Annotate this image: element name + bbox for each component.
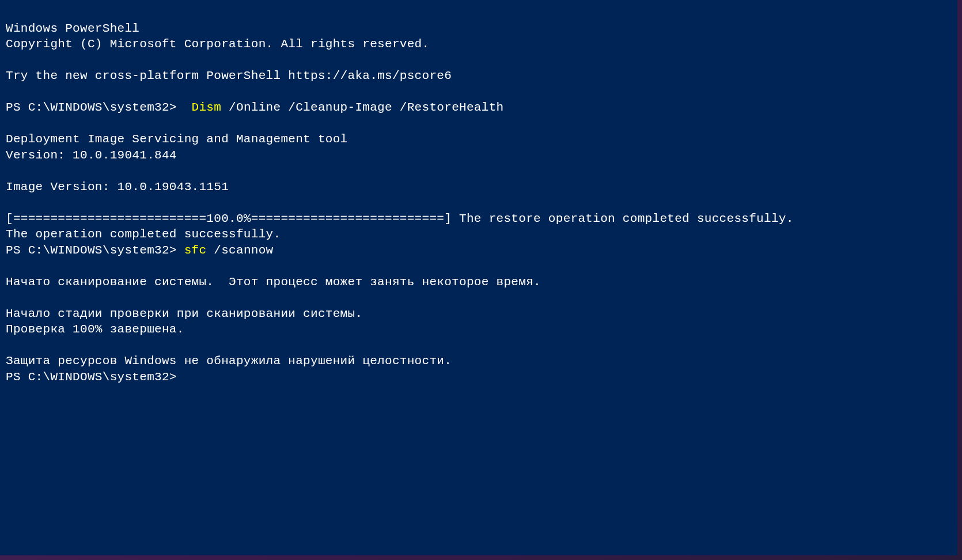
scan-progress-text: Проверка 100% завершена. bbox=[6, 323, 184, 336]
sfc-args: /scannow bbox=[206, 244, 273, 257]
blank-line bbox=[6, 338, 952, 354]
try-pscore-line: Try the new cross-platform PowerShell ht… bbox=[6, 69, 452, 82]
dism-args: /Online /Cleanup-Image /RestoreHealth bbox=[221, 101, 503, 114]
operation-success: The operation completed successfully. bbox=[6, 228, 281, 241]
powershell-terminal[interactable]: Windows PowerShell Copyright (C) Microso… bbox=[0, 0, 957, 555]
blank-line bbox=[6, 52, 952, 69]
scan-stage-text: Начало стадии проверки при сканировании … bbox=[6, 307, 362, 320]
blank-line bbox=[6, 84, 952, 100]
prompt-1-prefix: PS C:\WINDOWS\system32> bbox=[6, 101, 192, 114]
blank-line bbox=[6, 163, 952, 179]
blank-line bbox=[6, 290, 952, 306]
prompt-3: PS C:\WINDOWS\system32> bbox=[6, 370, 177, 384]
header-line-1: Windows PowerShell bbox=[6, 22, 139, 35]
sfc-command: sfc bbox=[184, 244, 207, 257]
header-line-2: Copyright (C) Microsoft Corporation. All… bbox=[6, 37, 429, 51]
scan-started-text: Начато сканирование системы. Этот процес… bbox=[6, 275, 541, 289]
blank-line bbox=[6, 258, 952, 274]
prompt-2-prefix: PS C:\WINDOWS\system32> bbox=[6, 244, 184, 257]
dism-command: Dism bbox=[192, 101, 222, 114]
progress-bar-line: [==========================100.0%=======… bbox=[6, 212, 794, 225]
blank-line bbox=[6, 116, 952, 132]
blank-line bbox=[6, 195, 952, 211]
dism-version: Version: 10.0.19041.844 bbox=[6, 149, 177, 162]
dism-tool-label: Deployment Image Servicing and Managemen… bbox=[6, 133, 348, 146]
scan-result-text: Защита ресурсов Windows не обнаружила на… bbox=[6, 354, 452, 368]
image-version: Image Version: 10.0.19043.1151 bbox=[6, 180, 229, 194]
